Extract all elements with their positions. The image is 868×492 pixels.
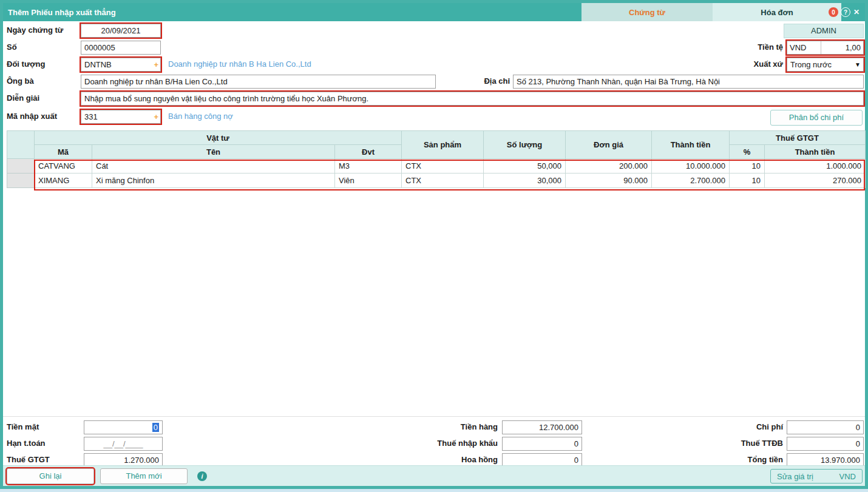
- excise-tax-label: Thuế TTĐB: [659, 436, 783, 451]
- goods-amount-input[interactable]: 12.700.000: [502, 420, 582, 434]
- totals-section: Tiền mặt 0 Hạn t.toán __/__/____ Thuế GT…: [3, 416, 865, 468]
- goods-amount-label: Tiền hàng: [392, 420, 498, 434]
- tab-label: Hóa đơn: [761, 8, 793, 17]
- table-cell[interactable]: Cát: [92, 159, 335, 174]
- group-header-vat-tu: Vật tư: [35, 131, 402, 145]
- items-table: Vật tư Sản phẩm Số lượng Đơn giá Thành t…: [7, 130, 865, 188]
- tab-hoa-don[interactable]: Hóa đơn: [713, 3, 841, 21]
- row-selector[interactable]: [7, 159, 35, 174]
- number-input[interactable]: 0000005: [81, 41, 161, 55]
- table-cell[interactable]: 1.000.000: [765, 159, 866, 174]
- table-cell[interactable]: CATVANG: [35, 159, 92, 174]
- number-label: Số: [7, 40, 17, 55]
- col-header-so-luong: Số lượng: [484, 131, 566, 159]
- trans-code-value: 331: [84, 112, 98, 121]
- col-header-don-gia: Đơn giá: [566, 131, 652, 159]
- table-cell[interactable]: XIMANG: [35, 174, 92, 188]
- trans-code-input[interactable]: 331 +: [81, 110, 161, 124]
- table-cell[interactable]: 200.000: [566, 159, 652, 174]
- currency-group: VND 1,00: [787, 41, 864, 55]
- footer-currency-label: VND: [839, 472, 856, 481]
- currency-label: Tiền tệ: [719, 40, 783, 55]
- table-cell[interactable]: 90.000: [566, 174, 652, 188]
- table-cell[interactable]: 30,000: [484, 174, 566, 188]
- row-selector[interactable]: [7, 174, 35, 188]
- cash-input[interactable]: 0: [84, 420, 163, 434]
- expense-input[interactable]: 0: [787, 420, 864, 434]
- table-cell[interactable]: CTX: [402, 159, 484, 174]
- tab-chung-tu[interactable]: Chứng từ: [581, 3, 713, 21]
- help-icon[interactable]: ?: [841, 7, 850, 17]
- date-input[interactable]: 20/09/2021: [81, 24, 161, 38]
- col-header-ten: Tên: [92, 145, 335, 159]
- new-button[interactable]: Thêm mới: [100, 468, 188, 484]
- trans-code-label: Mã nhập xuất: [7, 109, 57, 124]
- edit-value-label: Sửa giá trị: [777, 472, 813, 481]
- selected-value: 0: [152, 423, 159, 432]
- col-header-ma: Mã: [35, 145, 92, 159]
- origin-value: Trong nước: [790, 60, 832, 69]
- group-header-thue-gtgt: Thuế GTGT: [730, 131, 866, 145]
- info-icon[interactable]: i: [197, 471, 207, 481]
- table-cell[interactable]: 10.000.000: [652, 159, 730, 174]
- excise-tax-input[interactable]: 0: [787, 437, 864, 451]
- cash-label: Tiền mặt: [7, 420, 39, 434]
- date-label: Ngày chứng từ: [7, 23, 63, 38]
- window-title: Thêm Phiếu nhập xuất thẳng: [3, 8, 116, 17]
- table-cell[interactable]: 270.000: [765, 174, 866, 188]
- close-icon[interactable]: ✕: [852, 7, 861, 17]
- partner-code-value: DNTNB: [84, 60, 112, 69]
- selector-column-header: [7, 131, 35, 159]
- partner-name-text: Doanh nghiệp tư nhân B Ha Lien Co.,Ltd: [168, 57, 311, 72]
- table-row[interactable]: XIMANG Xi măng Chinfon Viên CTX 30,000 9…: [7, 174, 866, 188]
- table-cell[interactable]: CTX: [402, 174, 484, 188]
- chevron-down-icon: ▼: [855, 58, 861, 71]
- description-label: Diễn giải: [7, 91, 39, 106]
- address-input[interactable]: Số 213, Phường Thanh Nhàn, quận Hai Bà T…: [513, 75, 864, 89]
- description-input[interactable]: Nhập mua bổ sung nguyên vật liệu cho côn…: [81, 92, 864, 106]
- address-label: Địa chỉ: [443, 74, 510, 89]
- expense-label: Chi phí: [659, 420, 783, 434]
- table-cell[interactable]: 50,000: [484, 159, 566, 174]
- table-cell[interactable]: 2.700.000: [652, 174, 730, 188]
- add-icon[interactable]: +: [154, 110, 158, 123]
- table-cell[interactable]: Viên: [335, 174, 402, 188]
- footer-bar: Ghi lại Thêm mới i Sửa giá trị VND: [3, 465, 865, 486]
- due-date-input[interactable]: __/__/____: [84, 437, 163, 451]
- table-cell[interactable]: M3: [335, 159, 402, 174]
- col-header-san-pham: Sản phẩm: [402, 131, 484, 159]
- trans-code-name-text: Bán hàng công nợ: [168, 109, 233, 124]
- origin-select[interactable]: Trong nước ▼: [787, 58, 864, 72]
- import-tax-input[interactable]: 0: [502, 437, 582, 451]
- add-icon[interactable]: +: [154, 58, 158, 71]
- edit-value-button[interactable]: Sửa giá trị VND: [770, 469, 863, 484]
- dialog-window: Thêm Phiếu nhập xuất thẳng Chứng từ Hóa …: [0, 0, 868, 489]
- table-row[interactable]: CATVANG Cát M3 CTX 50,000 200.000 10.000…: [7, 159, 866, 174]
- table-cell[interactable]: 10: [730, 174, 765, 188]
- import-tax-label: Thuế nhập khẩu: [392, 436, 498, 451]
- table-cell[interactable]: 10: [730, 159, 765, 174]
- exchange-rate-input[interactable]: 1,00: [821, 41, 863, 54]
- origin-label: Xuất xứ: [719, 57, 783, 72]
- user-badge: ADMIN: [784, 24, 864, 38]
- contact-input[interactable]: Doanh nghiệp tư nhân B/Ha Lien Co.,Ltd: [81, 75, 436, 89]
- save-button[interactable]: Ghi lại: [7, 468, 94, 484]
- currency-input[interactable]: VND: [787, 41, 821, 54]
- partner-code-input[interactable]: DNTNB +: [81, 58, 161, 72]
- partner-label: Đối tượng: [7, 57, 45, 72]
- col-header-thue-thanh-tien: Thành tiền: [765, 145, 866, 159]
- tab-label: Chứng từ: [629, 8, 665, 17]
- col-header-dvt: Đvt: [335, 145, 402, 159]
- due-date-label: Hạn t.toán: [7, 436, 46, 451]
- notification-badge: 0: [829, 7, 838, 17]
- col-header-percent: %: [730, 145, 765, 159]
- col-header-thanh-tien: Thành tiền: [652, 131, 730, 159]
- contact-label: Ông bà: [7, 74, 34, 89]
- allocate-cost-button[interactable]: Phân bổ chi phí: [770, 110, 863, 126]
- table-cell[interactable]: Xi măng Chinfon: [92, 174, 335, 188]
